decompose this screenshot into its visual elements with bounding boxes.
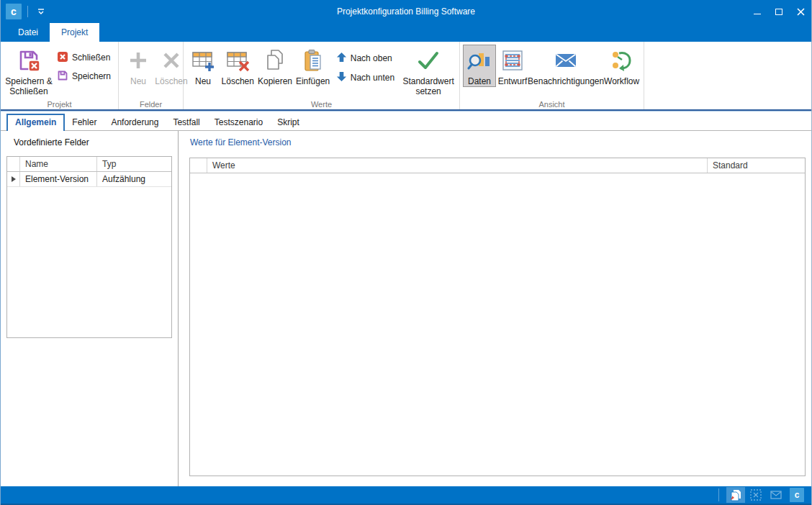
table-add-icon — [191, 46, 215, 75]
view-entwurf-button[interactable]: Entwurf — [496, 45, 529, 86]
predefined-fields-grid[interactable]: Name Typ Element-Version Aufzählung — [6, 156, 172, 338]
value-delete-button[interactable]: Löschen — [220, 45, 256, 86]
workflow-icon — [610, 46, 634, 75]
design-view-dim-icon — [749, 488, 762, 501]
ribbon-group-projekt: Speichern & Schließen Schließen Speicher… — [1, 42, 119, 109]
statusbar-design-view-button[interactable] — [746, 487, 765, 503]
copy-documents-icon — [729, 488, 742, 501]
main-content: Allgemein Fehler Anforderung Testfall Te… — [1, 112, 811, 486]
ribbon-tab-row: Datei Projekt — [1, 23, 811, 42]
page-tab-strip: Allgemein Fehler Anforderung Testfall Te… — [1, 112, 811, 131]
right-grid-header: Werte Standard — [190, 158, 805, 173]
data-view-icon — [467, 46, 492, 75]
tab-skript[interactable]: Skript — [270, 115, 307, 130]
table-row[interactable]: Element-Version Aufzählung — [7, 172, 171, 187]
tab-allgemein[interactable]: Allgemein — [6, 114, 65, 131]
value-paste-button[interactable]: Einfügen — [294, 45, 331, 86]
statusbar-app-logo[interactable]: c — [790, 488, 804, 502]
x-disabled-icon — [160, 46, 183, 75]
copy-icon — [263, 46, 287, 75]
tab-fehler[interactable]: Fehler — [65, 115, 104, 130]
quick-access-dropdown-icon[interactable] — [34, 4, 48, 19]
tab-testszenario[interactable]: Testszenario — [207, 115, 270, 130]
move-down-button[interactable]: Nach unten — [336, 70, 394, 85]
view-benachrichtigungen-button[interactable]: Benachrichtigungen — [529, 45, 603, 86]
current-row-arrow-icon — [12, 176, 16, 182]
left-panel-title: Vordefinierte Felder — [14, 137, 89, 147]
set-default-button[interactable]: Standardwert setzen — [400, 45, 456, 96]
statusbar-separator — [718, 488, 719, 501]
group-label-projekt: Projekt — [1, 100, 118, 109]
group-label-werte: Werte — [184, 100, 459, 109]
statusbar: c — [1, 486, 811, 505]
column-header-name[interactable]: Name — [20, 157, 97, 171]
close-button[interactable] — [790, 0, 811, 23]
row-selector-header — [190, 158, 207, 173]
view-daten-button[interactable]: Daten — [463, 45, 496, 87]
ribbon-group-felder: Neu Löschen Felder — [119, 42, 184, 109]
row-selector-cell[interactable] — [7, 172, 20, 186]
group-label-ansicht: Ansicht — [460, 100, 644, 109]
value-new-button[interactable]: Neu — [186, 45, 220, 86]
column-header-standard[interactable]: Standard — [708, 158, 805, 173]
maximize-button[interactable] — [768, 0, 790, 23]
values-grid[interactable]: Werte Standard — [189, 158, 806, 476]
ribbon-empty-space — [644, 42, 811, 109]
titlebar: c Projektkonfiguration Billing Software — [1, 0, 811, 23]
row-selector-header — [7, 157, 20, 171]
view-workflow-button[interactable]: Workflow — [603, 45, 641, 86]
paste-clipboard-icon — [301, 46, 325, 75]
cell-name[interactable]: Element-Version — [20, 172, 97, 186]
ribbon: Speichern & Schließen Schließen Speicher… — [1, 42, 811, 109]
titlebar-separator — [27, 6, 28, 17]
app-window: c Projektkonfiguration Billing Software … — [0, 0, 812, 505]
tab-anforderung[interactable]: Anforderung — [104, 115, 166, 130]
ribbon-tab-projekt[interactable]: Projekt — [50, 23, 99, 42]
column-header-werte[interactable]: Werte — [207, 158, 708, 173]
save-and-close-button[interactable]: Speichern & Schließen — [4, 45, 54, 96]
group-label-felder: Felder — [119, 100, 183, 109]
statusbar-copy-documents-button[interactable] — [726, 487, 745, 503]
minimize-button[interactable] — [746, 0, 768, 23]
value-copy-button[interactable]: Kopieren — [256, 45, 294, 86]
envelope-dim-icon — [770, 488, 782, 501]
field-new-button: Neu — [122, 45, 155, 86]
arrow-down-icon — [336, 71, 347, 84]
ribbon-group-ansicht: Daten Entwurf — [460, 42, 644, 109]
move-up-button[interactable]: Nach oben — [336, 51, 394, 65]
table-delete-icon — [225, 46, 250, 75]
right-panel-title: Werte für Element-Version — [190, 137, 292, 147]
predefined-fields-panel: Vordefinierte Felder Name Typ Element-Ve… — [1, 131, 178, 486]
design-view-icon — [500, 46, 525, 75]
plus-disabled-icon — [127, 46, 150, 75]
save-button[interactable]: Speichern — [57, 69, 111, 83]
save-close-icon — [17, 46, 41, 75]
close-project-button[interactable]: Schließen — [57, 50, 111, 65]
column-header-typ[interactable]: Typ — [97, 157, 171, 171]
ribbon-group-werte: Neu Löschen — [184, 42, 460, 109]
arrow-up-icon — [336, 52, 347, 65]
statusbar-notifications-button[interactable] — [767, 487, 785, 503]
app-logo-icon[interactable]: c — [6, 4, 22, 19]
checkmark-icon — [416, 46, 441, 75]
left-grid-header: Name Typ — [7, 157, 171, 172]
panels-area: Vordefinierte Felder Name Typ Element-Ve… — [1, 131, 811, 486]
notifications-envelope-icon — [554, 46, 578, 75]
tab-testfall[interactable]: Testfall — [166, 115, 207, 130]
window-title: Projektkonfiguration Billing Software — [1, 6, 811, 17]
values-panel: Werte für Element-Version Werte Standard — [179, 131, 811, 486]
ribbon-tab-datei[interactable]: Datei — [6, 23, 50, 42]
close-red-icon — [57, 51, 68, 65]
save-floppy-icon — [57, 70, 68, 83]
cell-typ[interactable]: Aufzählung — [97, 172, 171, 186]
